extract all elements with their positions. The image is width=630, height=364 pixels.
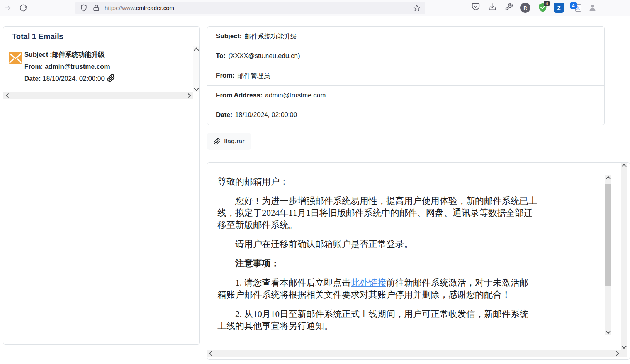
detail-row-date: Date:18/10/2024, 02:00:00 (207, 105, 604, 125)
pocket-icon[interactable] (472, 3, 480, 11)
detail-value: (XXXX@stu.neu.edu.cn) (228, 52, 300, 60)
body-outer-vertical-scrollbar[interactable] (621, 163, 627, 350)
attachment-paperclip-icon (107, 74, 115, 86)
r-extension-icon[interactable]: R (520, 3, 530, 13)
translate-icon[interactable]: 文 A (570, 2, 581, 13)
email-body-frame: 尊敬的邮箱用户：您好！为进一步增强邮件系统易用性，提高用户使用体验，新的邮件系统… (214, 175, 611, 335)
email-list-item[interactable]: Subject :邮件系统功能升级 From: admin@trustme.co… (3, 46, 193, 92)
bookmark-star-icon[interactable] (413, 5, 420, 12)
body-activation-link[interactable]: 此处链接 (351, 278, 386, 288)
adblock-badge: 4 (544, 1, 550, 6)
email-list-viewport: Subject :邮件系统功能升级 From: admin@trustme.co… (3, 46, 199, 99)
body-horizontal-scrollbar[interactable] (207, 350, 621, 357)
z-extension-icon[interactable]: Z (554, 3, 564, 13)
detail-label: Date: (216, 111, 233, 119)
list-vertical-scrollbar[interactable] (193, 46, 199, 92)
email-item-subject: Subject :邮件系统功能升级 (24, 49, 193, 61)
scroll-left-button[interactable] (210, 352, 213, 355)
scroll-right-button[interactable] (615, 352, 618, 355)
body-paragraph: 请用户在迁移前确认邮箱账户是否正常登录。 (217, 238, 600, 250)
reload-icon[interactable] (19, 4, 27, 12)
detail-value: admin@trustme.com (265, 91, 326, 99)
forward-icon[interactable] (4, 4, 12, 12)
body-paragraph: 您好！为进一步增强邮件系统易用性，提高用户使用体验，新的邮件系统已上 线，拟定于… (217, 195, 600, 231)
emlreader-page: { "browser": { "url": {"scheme": "https:… (0, 0, 630, 364)
wrench-icon[interactable] (505, 3, 513, 11)
scroll-up-button[interactable] (621, 163, 627, 169)
detail-row-subject: Subject:邮件系统功能升级 (207, 27, 604, 46)
scroll-down-button[interactable] (193, 86, 199, 92)
z-extension-label: Z (557, 5, 560, 11)
date-value: 18/10/2024, 02:00:00 (42, 75, 105, 82)
translate-front-glyph: A (570, 2, 577, 9)
detail-label: To: (216, 52, 226, 60)
r-extension-label: R (523, 5, 527, 11)
body-paragraph: 注意事项： (217, 257, 600, 269)
account-person-icon[interactable] (588, 3, 597, 12)
scroll-left-button[interactable] (7, 94, 10, 97)
attachment-filename: flag.rar (224, 137, 245, 145)
scroll-down-button[interactable] (621, 344, 627, 350)
email-body-text: 尊敬的邮箱用户：您好！为进一步增强邮件系统易用性，提高用户使用体验，新的邮件系统… (214, 175, 605, 335)
detail-row-from-address: From Address:admin@trustme.com (207, 86, 604, 105)
detail-label: Subject: (216, 32, 242, 40)
email-list-panel: Total 1 Emails Subject :邮件系统功能升级 From: a… (3, 26, 200, 345)
body-paragraph: 尊敬的邮箱用户： (217, 176, 600, 188)
detail-value: 18/10/2024, 02:00:00 (235, 111, 297, 119)
detail-value: 邮件管理员 (237, 71, 270, 80)
detail-label: From: (216, 72, 234, 80)
envelope-icon (9, 52, 22, 65)
url-text: https://www.emlreader.com (105, 5, 174, 11)
detail-label: From Address: (216, 91, 262, 99)
browser-toolbar: https://www.emlreader.com R 4 Z 文 A (0, 0, 630, 16)
lock-icon[interactable] (93, 4, 100, 12)
body-paragraph: 1. 请您查看本邮件后立即点击此处链接前往新邮件系统激活，对于未激活邮 箱账户邮… (217, 277, 600, 301)
scroll-down-button[interactable] (605, 328, 611, 335)
email-item-date: Date: 18/10/2024, 02:00:00 (24, 73, 193, 86)
email-item-from: From: admin@trustme.com (24, 61, 193, 73)
subject-label: Subject : (24, 51, 52, 58)
paperclip-icon (214, 138, 221, 145)
date-label: Date: (24, 75, 41, 82)
adblock-shield-icon[interactable]: 4 (537, 2, 548, 13)
tracking-shield-icon[interactable] (80, 4, 87, 12)
from-label: From: (24, 63, 43, 70)
address-bar[interactable]: https://www.emlreader.com (75, 2, 425, 14)
email-detail-table: Subject:邮件系统功能升级 To:(XXXX@stu.neu.edu.cn… (207, 26, 605, 125)
body-paragraph: 2. 从10月10日至新邮件系统正式上线期间，用户可正常收发信，新邮件系统 上线… (217, 308, 600, 332)
attachment-chip[interactable]: flag.rar (207, 133, 251, 150)
email-item-text: Subject :邮件系统功能升级 From: admin@trustme.co… (24, 49, 193, 86)
from-value: admin@trustme.com (45, 63, 110, 70)
detail-row-from: From:邮件管理员 (207, 66, 604, 86)
email-list-header: Total 1 Emails (3, 27, 199, 46)
detail-value: 邮件系统功能升级 (245, 32, 297, 41)
email-body-card: 尊敬的邮箱用户：您好！为进一步增强邮件系统易用性，提高用户使用体验，新的邮件系统… (207, 162, 630, 360)
url-domain: emlreader.com (136, 5, 174, 11)
scrollbar-corner (621, 350, 627, 357)
list-horizontal-scrollbar[interactable] (3, 92, 193, 99)
body-inner-vertical-scrollbar[interactable] (605, 175, 611, 335)
url-scheme: https://www. (105, 5, 136, 11)
scroll-up-button[interactable] (605, 175, 611, 181)
scroll-up-button[interactable] (193, 46, 199, 52)
scrollbar-thumb[interactable] (605, 184, 611, 286)
scroll-right-button[interactable] (187, 94, 190, 97)
detail-row-to: To:(XXXX@stu.neu.edu.cn) (207, 46, 604, 66)
subject-value: 邮件系统功能升级 (52, 51, 105, 58)
downloads-icon[interactable] (488, 3, 496, 11)
